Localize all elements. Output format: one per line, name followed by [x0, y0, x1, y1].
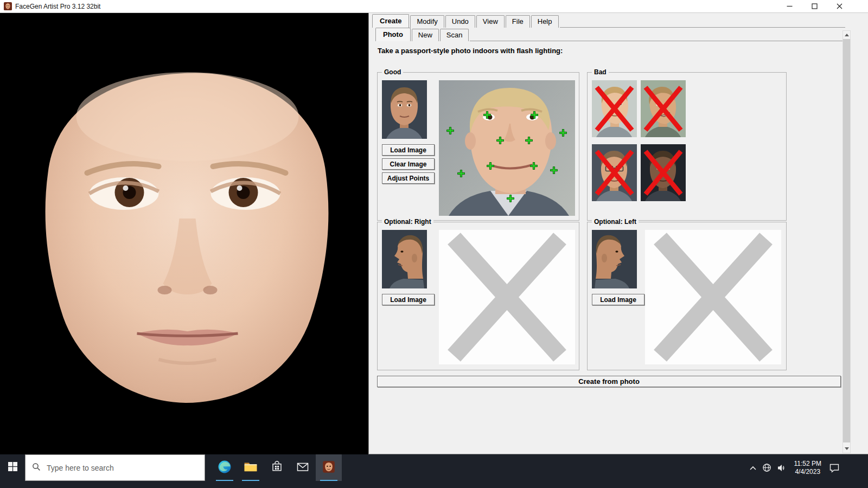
photo-tab-bar-divider — [470, 41, 845, 41]
panel-scrollbar[interactable] — [843, 30, 851, 453]
start-button[interactable] — [0, 454, 25, 481]
taskbar-file-explorer-button[interactable] — [238, 454, 264, 481]
tab-scan[interactable]: Scan — [440, 29, 469, 41]
bad-example-thumbnail-3 — [592, 144, 637, 201]
optional-right-group: Optional: Right Load Image — [377, 222, 579, 370]
tab-help[interactable]: Help — [531, 15, 559, 28]
tab-photo[interactable]: Photo — [375, 28, 411, 41]
scrollbar-down-icon — [845, 447, 849, 450]
tray-chevron-icon[interactable] — [749, 465, 757, 471]
facegen-app-icon — [4, 2, 12, 10]
window-controls — [777, 0, 852, 12]
generated-face-render — [0, 12, 368, 454]
good-example-thumbnail — [382, 80, 427, 139]
left-load-image-button[interactable]: Load Image — [592, 294, 644, 305]
tab-create[interactable]: Create — [372, 14, 409, 28]
right-load-image-button[interactable]: Load Image — [382, 294, 435, 305]
tab-modify[interactable]: Modify — [410, 15, 444, 28]
taskbar-edge-button[interactable] — [212, 454, 238, 481]
file-explorer-icon — [244, 460, 258, 476]
right-profile-example-thumbnail — [382, 230, 427, 288]
create-from-photo-button[interactable]: Create from photo — [377, 376, 841, 387]
bad-group-title: Bad — [592, 68, 609, 76]
optional-left-group: Optional: Left Load Image — [587, 222, 787, 370]
bad-example-thumbnail-1 — [592, 80, 637, 137]
maximize-icon — [812, 3, 818, 9]
create-panel: Create Modify Undo View File Help Photo … — [368, 12, 868, 454]
scrollbar-thumb[interactable] — [843, 39, 850, 442]
placeholder-x-icon — [439, 230, 575, 364]
window-title: FaceGen Artist Pro 3.12 32bit — [15, 3, 100, 10]
search-icon — [32, 463, 41, 473]
taskbar-clock[interactable]: 11:52 PM 4/4/2023 — [792, 460, 824, 476]
bad-example-thumbnail-2 — [641, 80, 686, 137]
optional-left-group-title: Optional: Left — [592, 218, 639, 226]
tab-view[interactable]: View — [476, 15, 505, 28]
left-photo-placeholder — [645, 230, 781, 364]
photo-tab-bar: Photo New Scan — [375, 28, 845, 41]
volume-icon[interactable] — [777, 464, 787, 472]
model-viewport[interactable] — [0, 12, 368, 454]
good-adjust-points-button[interactable]: Adjust Points — [382, 172, 435, 184]
tab-new[interactable]: New — [412, 29, 439, 41]
scrollbar-up-icon — [845, 34, 849, 36]
network-globe-icon[interactable] — [762, 463, 771, 472]
store-icon — [271, 460, 283, 475]
system-tray: 11:52 PM 4/4/2023 — [749, 454, 840, 481]
good-group-title: Good — [382, 68, 403, 76]
minimize-icon — [787, 3, 793, 9]
clock-time: 11:52 PM — [794, 460, 821, 468]
scrollbar-up-button[interactable] — [843, 31, 850, 39]
windows-logo-icon — [8, 462, 17, 473]
close-button[interactable] — [827, 0, 852, 12]
facegen-taskbar-icon — [322, 460, 336, 476]
clock-date: 4/4/2023 — [794, 468, 821, 476]
taskbar-search[interactable] — [25, 454, 205, 481]
mail-icon — [296, 460, 309, 476]
tab-file[interactable]: File — [506, 15, 530, 28]
left-profile-example-thumbnail — [592, 230, 637, 288]
menu-tab-bar: Create Modify Undo View File Help — [372, 14, 845, 28]
taskbar-facegen-button[interactable] — [316, 454, 342, 481]
tab-undo[interactable]: Undo — [445, 15, 475, 28]
maximize-button[interactable] — [802, 0, 827, 12]
minimize-button[interactable] — [777, 0, 802, 12]
taskbar-mail-button[interactable] — [290, 454, 316, 481]
scrollbar-down-button[interactable] — [843, 445, 850, 453]
edge-icon — [218, 460, 232, 476]
action-center-icon[interactable] — [829, 463, 840, 473]
search-input[interactable] — [46, 463, 194, 473]
bad-example-thumbnail-4 — [641, 144, 686, 201]
placeholder-x-icon — [645, 230, 781, 364]
optional-right-group-title: Optional: Right — [382, 218, 433, 226]
loaded-photo-with-points[interactable] — [439, 80, 575, 216]
good-load-image-button[interactable]: Load Image — [382, 144, 435, 156]
good-group: Good Load Image Clear Image Adjust Point… — [377, 72, 579, 221]
close-icon — [837, 3, 843, 9]
taskbar: 11:52 PM 4/4/2023 — [0, 454, 868, 488]
bad-group: Bad — [587, 72, 787, 221]
titlebar: FaceGen Artist Pro 3.12 32bit — [0, 0, 868, 13]
good-clear-image-button[interactable]: Clear Image — [382, 158, 435, 170]
taskbar-store-button[interactable] — [264, 454, 290, 481]
screen: FaceGen Artist Pro 3.12 32bit — [0, 0, 868, 488]
right-photo-placeholder — [439, 230, 575, 364]
instruction-text: Take a passport-style photo indoors with… — [378, 47, 563, 55]
